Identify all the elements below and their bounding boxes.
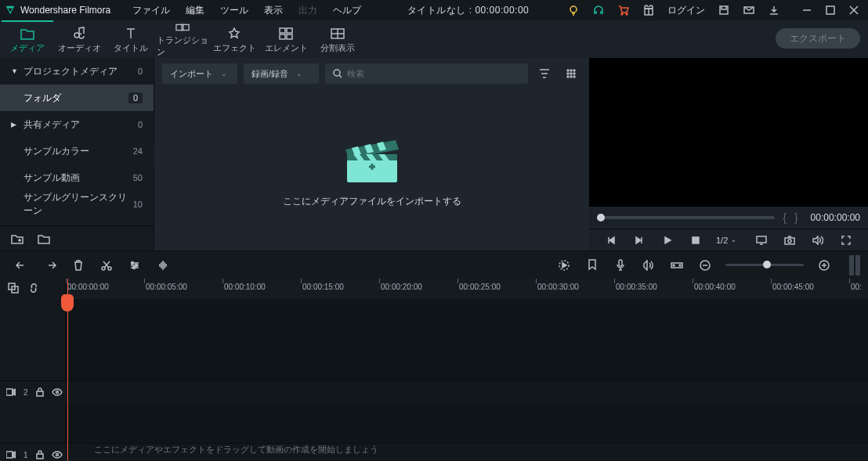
volume-icon[interactable] [804,229,832,251]
menu-編集[interactable]: 編集 [178,4,212,17]
grid-view-icon[interactable] [561,63,581,84]
playhead[interactable] [67,279,68,461]
tab-分割表示[interactable]: 分割表示 [312,20,363,58]
video-track-1: 1 ここにメディアやエフェクトをドラッグして動画の作成を開始しましょう [0,443,868,461]
svg-point-19 [570,73,572,74]
sidebar-item-サンプルグリーンスクリーン[interactable]: サンプルグリーンスクリーン10 [0,191,154,218]
marker-button[interactable] [578,251,606,279]
maximize-button[interactable] [826,5,835,15]
gift-icon[interactable] [642,4,655,16]
next-frame-button[interactable] [625,229,653,251]
svg-point-32 [132,261,134,264]
audio-mixer-button[interactable] [635,251,663,279]
tab-トランジション[interactable]: トランジション [157,20,208,58]
split-button[interactable] [92,251,121,279]
track-body[interactable]: ここにメディアやエフェクトをドラッグして動画の作成を開始しましょう [66,444,868,461]
stop-button[interactable] [682,229,710,251]
export-button[interactable]: エクスポート [776,28,860,49]
mail-icon[interactable] [743,4,755,16]
search-input[interactable]: 検索 [325,63,528,84]
idea-icon[interactable] [567,4,580,16]
svg-point-22 [570,76,572,77]
sidebar-item-プロジェクトメディア[interactable]: ▼プロジェクトメディア0 [0,58,154,85]
delete-button[interactable] [64,251,92,279]
svg-point-20 [573,73,575,74]
seek-slider[interactable] [597,216,775,219]
svg-point-29 [788,240,791,243]
zoom-out-button[interactable] [691,251,719,279]
track-icon [6,388,16,398]
sidebar-item-サンプルカラー[interactable]: サンプルカラー24 [0,138,154,164]
import-dropdown[interactable]: インポート⌄ [162,63,237,84]
filter-icon[interactable] [534,63,555,84]
tab-タイトル[interactable]: タイトル [105,20,157,58]
lock-icon[interactable] [36,387,44,398]
voiceover-button[interactable] [606,251,635,279]
svg-rect-6 [826,6,834,14]
svg-rect-9 [280,28,285,33]
middle-area: ▼プロジェクトメディア0フォルダ0▶共有メディア0サンプルカラー24サンプル動画… [0,58,868,250]
zoom-in-button[interactable] [810,251,838,279]
audio-waveform-button[interactable] [149,251,177,279]
tab-エレメント[interactable]: エレメント [260,20,312,58]
zoom-slider[interactable] [725,264,804,266]
fullscreen-icon[interactable] [832,229,860,251]
save-icon[interactable] [718,4,730,16]
svg-rect-26 [693,237,699,243]
new-folder-icon[interactable] [11,233,24,244]
menu-ヘルプ[interactable]: ヘルプ [325,4,369,17]
snapshot-icon[interactable] [776,229,804,251]
tab-オーディオ[interactable]: オーディオ [53,20,105,58]
svg-point-23 [573,76,575,77]
minimize-button[interactable] [802,5,812,15]
mark-in-icon[interactable]: { [783,211,787,224]
tab-エフェクト[interactable]: エフェクト [208,20,260,58]
playback-speed[interactable]: 1/2⌄ [710,236,743,245]
menu-items: ファイル編集ツール表示出力ヘルプ [125,4,369,17]
search-placeholder: 検索 [347,68,364,80]
download-icon[interactable] [768,4,780,16]
timeline-ruler[interactable]: 00:00:00:0000:00:05:0000:00:10:0000:00:1… [66,279,868,299]
svg-point-18 [567,73,569,74]
media-dropzone[interactable]: ここにメディアファイルをインポートする [154,89,589,250]
menu-ツール[interactable]: ツール [212,4,256,17]
track-icon [6,451,16,460]
undo-button[interactable] [8,251,36,279]
display-icon[interactable] [747,229,776,251]
timeline-head [0,279,66,461]
clapperboard-icon [341,132,403,184]
render-button[interactable] [550,251,578,279]
menu-表示[interactable]: 表示 [256,4,291,17]
crop-button[interactable] [121,251,149,279]
preview-canvas[interactable] [589,58,868,207]
sidebar-item-フォルダ[interactable]: フォルダ0 [0,85,154,111]
login-button[interactable]: ログイン [667,4,705,17]
mark-out-icon[interactable]: } [794,211,798,224]
timeline: 00:00:00:0000:00:05:0000:00:10:0000:00:1… [0,279,868,461]
eye-icon[interactable] [52,388,63,398]
cart-icon[interactable] [617,4,630,16]
link-icon[interactable] [28,283,39,295]
prev-frame-button[interactable] [597,229,625,251]
tab-メディア[interactable]: メディア [2,20,53,58]
track-body[interactable] [66,381,868,404]
menu-ファイル[interactable]: ファイル [125,4,178,17]
lock-icon[interactable] [36,450,44,461]
keyframe-button[interactable] [663,251,691,279]
record-dropdown[interactable]: 録画/録音⌄ [244,63,319,84]
track-manager-icon[interactable] [848,255,860,276]
svg-rect-47 [6,452,13,458]
video-track-2: 2 [0,380,868,404]
media-sidebar: ▼プロジェクトメディア0フォルダ0▶共有メディア0サンプルカラー24サンプル動画… [0,58,154,250]
sidebar-item-サンプル動画[interactable]: サンプル動画50 [0,164,154,191]
redo-button[interactable] [36,251,64,279]
play-button[interactable] [653,229,682,251]
headset-icon[interactable] [592,4,605,16]
folder-icon[interactable] [38,233,50,244]
svg-point-49 [56,453,58,456]
menu-出力[interactable]: 出力 [291,4,325,17]
eye-icon[interactable] [52,451,63,460]
overlap-icon[interactable] [8,283,19,295]
sidebar-item-共有メディア[interactable]: ▶共有メディア0 [0,111,154,138]
close-button[interactable] [849,5,859,15]
